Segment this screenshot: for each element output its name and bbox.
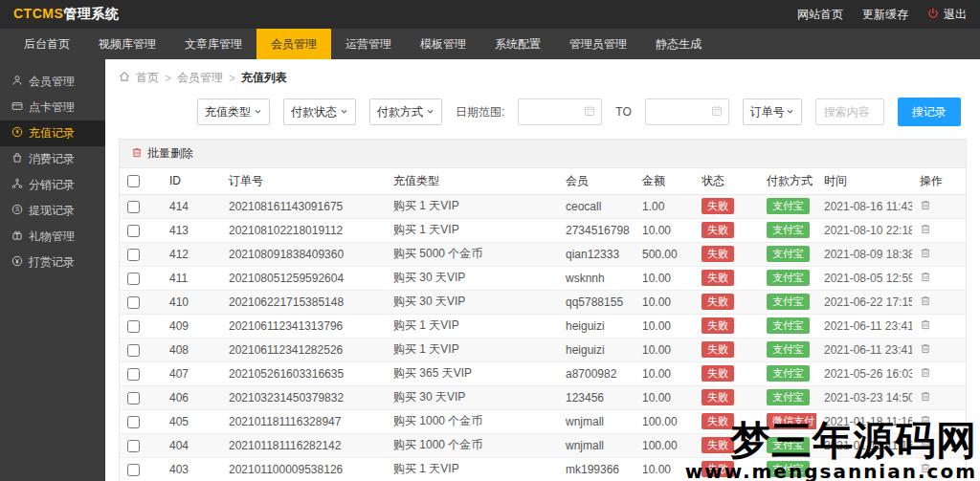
sidebar-item-label: 充值记录 (29, 125, 75, 142)
gift-icon (11, 230, 23, 244)
cell-amount: 10.00 (635, 218, 694, 242)
refresh-cache-link[interactable]: 更新缓存 (862, 7, 908, 23)
search-button[interactable]: 搜记录 (898, 98, 961, 126)
delete-row-button[interactable] (920, 223, 931, 238)
cell-checkbox (120, 385, 162, 409)
date-to-input[interactable] (645, 98, 729, 125)
row-checkbox[interactable] (127, 416, 140, 428)
cell-actions (912, 242, 966, 266)
delete-row-button[interactable] (920, 414, 931, 429)
cell-actions (912, 361, 966, 385)
payment-badge: 支付宝 (767, 270, 810, 286)
payment-badge: 支付宝 (767, 461, 810, 477)
filter-bar: 充值类型 付款状态 付款方式 日期范围: TO 订单号 搜记录 (197, 98, 980, 126)
date-from-input[interactable] (518, 98, 602, 125)
cell-checkbox (120, 433, 162, 457)
recharge-type-select[interactable]: 充值类型 (197, 98, 270, 125)
nav-tab-video[interactable]: 视频库管理 (84, 29, 170, 59)
sidebar-item-distribution-records[interactable]: 分销记录 (0, 172, 105, 198)
sidebar-item-recharge-records[interactable]: ¥ 充值记录 (0, 120, 105, 146)
row-checkbox[interactable] (127, 464, 140, 476)
sidebar-item-gifts[interactable]: 礼物管理 (0, 224, 105, 250)
nav-tab-dashboard[interactable]: 后台首页 (10, 29, 84, 59)
withdraw-icon: S (11, 204, 23, 218)
row-checkbox[interactable] (127, 225, 140, 237)
logout-button[interactable]: 退出 (927, 7, 967, 23)
row-checkbox[interactable] (127, 296, 140, 309)
select-all-checkbox[interactable] (127, 175, 140, 187)
cell-type: 购买 30 天VIP (386, 290, 558, 314)
cell-amount: 10.00 (635, 361, 694, 385)
site-home-link[interactable]: 网站首页 (797, 7, 843, 23)
sidebar-item-label: 礼物管理 (29, 229, 75, 245)
sidebar-item-withdraw-records[interactable]: S 提现记录 (0, 198, 105, 224)
header-payment: 付款方式 (759, 168, 816, 194)
row-checkbox[interactable] (127, 320, 140, 333)
cell-checkbox (120, 361, 162, 385)
delete-row-button[interactable] (920, 247, 931, 262)
sidebar-item-reward-records[interactable]: 打赏记录 (0, 250, 105, 275)
payment-badge: 支付宝 (767, 389, 810, 405)
table-row: 408 202106112341282526 购买 1 天VIP heiguiz… (120, 338, 966, 361)
delete-row-button[interactable] (920, 342, 931, 358)
nav-tab-admin[interactable]: 管理员管理 (555, 29, 641, 59)
delete-row-button[interactable] (920, 295, 931, 310)
sidebar-item-cards[interactable]: 点卡管理 (0, 95, 105, 120)
cell-actions (912, 194, 966, 218)
nav-tab-static[interactable]: 静态生成 (641, 29, 716, 59)
table-row: 410 202106221715385148 购买 30 天VIP qq5788… (120, 290, 966, 314)
header-id: ID (162, 168, 221, 194)
nav-tab-member[interactable]: 会员管理 (256, 29, 331, 59)
delete-row-button[interactable] (920, 318, 931, 334)
delete-row-button[interactable] (920, 271, 931, 286)
delete-row-button[interactable] (920, 438, 931, 453)
row-checkbox[interactable] (127, 392, 140, 404)
nav-tab-article[interactable]: 文章库管理 (170, 29, 256, 59)
payment-method-select[interactable]: 付款方式 (369, 98, 442, 125)
table-row: 404 202101181116282142 购买 1000 个金币 wnjma… (120, 433, 966, 457)
select-value: 付款状态 (291, 104, 337, 120)
delete-row-button[interactable] (920, 462, 931, 477)
batch-delete-button[interactable]: 批量删除 (131, 145, 193, 162)
search-input[interactable] (815, 98, 884, 125)
delete-row-button[interactable] (920, 390, 931, 405)
sidebar-item-consume-records[interactable]: 消费记录 (0, 146, 105, 172)
breadcrumb-member[interactable]: 会员管理 (177, 70, 223, 86)
row-checkbox[interactable] (127, 201, 140, 213)
nav-tab-system[interactable]: 系统配置 (480, 29, 555, 59)
row-checkbox[interactable] (127, 440, 140, 452)
date-range-label: 日期范围: (456, 104, 504, 120)
cell-type: 购买 1 天VIP (386, 218, 558, 242)
delete-row-button[interactable] (920, 199, 931, 214)
delete-row-button[interactable] (920, 366, 931, 382)
payment-badge: 支付宝 (767, 246, 810, 262)
search-field-select[interactable]: 订单号 (743, 98, 802, 125)
table-row: 414 202108161143091675 购买 1 天VIP ceocall… (120, 194, 966, 218)
cell-payment: 支付宝 (759, 361, 816, 385)
cell-order-no: 202108091838409360 (221, 242, 386, 266)
header-type: 充值类型 (386, 168, 558, 194)
row-checkbox[interactable] (127, 344, 140, 357)
sidebar-item-label: 分销记录 (29, 177, 75, 193)
sidebar-item-members[interactable]: 会员管理 (0, 69, 105, 95)
payment-status-select[interactable]: 付款状态 (283, 98, 356, 125)
cell-payment: 微信支付 (759, 409, 816, 433)
cell-member: heiguizi (558, 338, 635, 361)
cell-id: 413 (162, 218, 221, 242)
cell-id: 406 (162, 385, 221, 409)
home-icon (119, 71, 130, 85)
cell-checkbox (120, 409, 162, 433)
row-checkbox[interactable] (127, 249, 140, 261)
breadcrumb: 首页 > 会员管理 > 充值列表 (105, 59, 980, 86)
card-icon (11, 100, 23, 115)
cell-order-no: 202101100009538126 (221, 457, 386, 481)
cell-member: a8700982 (558, 361, 635, 385)
cell-id: 410 (162, 290, 221, 314)
cell-status: 失败 (694, 290, 759, 314)
breadcrumb-home[interactable]: 首页 (136, 70, 159, 86)
nav-tab-template[interactable]: 模板管理 (406, 29, 480, 59)
row-checkbox[interactable] (127, 273, 140, 285)
nav-tab-operation[interactable]: 运营管理 (331, 29, 406, 59)
row-checkbox[interactable] (127, 368, 140, 381)
cell-payment: 支付宝 (759, 457, 816, 481)
